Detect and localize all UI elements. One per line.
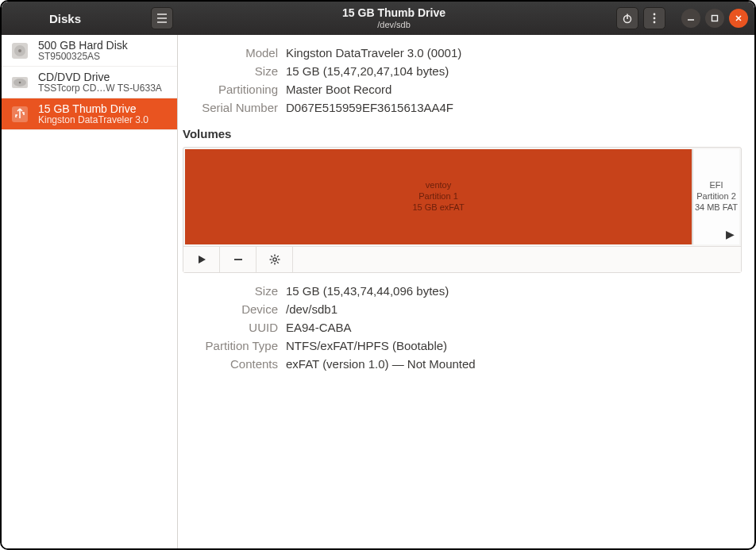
part-value-uuid: EA94-CABA [286,321,742,334]
svg-point-9 [18,49,21,52]
power-icon [622,13,633,24]
drive-sublabel: ST9500325AS [38,52,128,63]
vol-fs: 15 GB exFAT [412,202,464,213]
part-value-size: 15 GB (15,43,74,44,096 bytes) [286,284,742,298]
vol-name: EFI [709,180,723,191]
svg-point-12 [19,81,21,83]
mount-button[interactable] [183,247,220,272]
svg-point-15 [272,258,276,261]
drive-menu-button[interactable] [643,7,665,29]
vol-name: ventoy [426,180,451,191]
prop-value-model: Kingston DataTraveler 3.0 (0001) [286,46,742,60]
play-icon [197,255,206,264]
maximize-icon [711,14,719,22]
prop-label-serial: Serial Number [191,101,278,114]
prop-value-size: 15 GB (15,47,20,47,104 bytes) [286,64,742,78]
vol-fs: 34 MB FAT [695,202,738,213]
drive-label: 500 GB Hard Disk [38,39,128,52]
part-label-uuid: UUID [191,321,278,334]
volume-bar: ventoy Partition 1 15 GB exFAT EFI Parti… [185,149,739,244]
mount-indicator-icon: ▶ [726,228,735,242]
volume-segment-2[interactable]: EFI Partition 2 34 MB FAT ▶ [692,149,739,244]
minimize-icon [687,14,695,22]
drive-title: 15 GB Thumb Drive [342,7,446,19]
drive-list: 500 GB Hard Disk ST9500325AS CD/DVD Driv… [2,35,178,548]
usb-icon [8,102,32,126]
svg-line-22 [276,256,278,257]
part-label-contents: Contents [191,357,278,371]
optical-icon [8,71,32,94]
drive-label: 15 GB Thumb Drive [38,102,148,115]
part-label-device: Device [191,302,278,316]
drive-item-optical[interactable]: CD/DVD Drive TSSTcorp CD…W TS-U633A [2,67,177,98]
kebab-icon [653,13,656,24]
header-left: Disks [2,2,178,35]
hdd-icon [8,39,32,63]
part-value-device: /dev/sdb1 [286,302,742,316]
svg-rect-6 [712,16,718,21]
minimize-button[interactable] [681,9,700,28]
headerbar: Disks 15 GB Thumb Drive /dev/sdb [2,2,754,35]
svg-line-23 [271,262,272,263]
part-label-ptype: Partition Type [191,339,278,352]
gear-icon [269,254,280,265]
delete-partition-button[interactable] [220,247,256,272]
close-button[interactable] [729,9,748,28]
close-icon [735,14,742,22]
header-center: 15 GB Thumb Drive /dev/sdb [178,2,610,35]
vol-partnum: Partition 2 [696,191,736,202]
svg-point-3 [654,17,656,20]
content: Model Kingston DataTraveler 3.0 (0001) S… [178,35,754,548]
drive-sublabel: TSSTcorp CD…W TS-U633A [38,83,162,94]
vol-partnum: Partition 1 [418,191,458,202]
volumes-frame: ventoy Partition 1 15 GB exFAT EFI Parti… [183,147,742,273]
volume-segment-1[interactable]: ventoy Partition 1 15 GB exFAT [185,149,692,244]
drive-subtitle: /dev/sdb [377,20,411,29]
prop-label-partitioning: Partitioning [191,83,278,96]
volume-toolbar [183,246,741,272]
svg-line-21 [276,262,278,263]
drive-sublabel: Kingston DataTraveler 3.0 [38,115,148,126]
prop-value-serial: D067E515959EF3615613AA4F [286,101,742,114]
partition-options-button[interactable] [256,247,293,272]
app-menu-button[interactable] [151,7,173,29]
drive-properties: Model Kingston DataTraveler 3.0 (0001) S… [191,46,742,114]
app-title: Disks [11,12,119,25]
maximize-button[interactable] [705,9,724,28]
svg-point-4 [654,21,656,24]
drive-label: CD/DVD Drive [38,71,162,83]
minus-icon [233,255,243,264]
hamburger-icon [156,13,168,23]
part-value-ptype: NTFS/exFAT/HPFS (Bootable) [286,339,742,352]
drive-item-hdd[interactable]: 500 GB Hard Disk ST9500325AS [2,35,177,67]
prop-label-model: Model [191,46,278,60]
drive-item-usb[interactable]: 15 GB Thumb Drive Kingston DataTraveler … [2,98,177,130]
prop-value-partitioning: Master Boot Record [286,83,742,96]
part-label-size: Size [191,284,278,298]
svg-point-2 [654,13,656,16]
volumes-heading: Volumes [183,127,742,140]
prop-label-size: Size [191,64,278,78]
power-button[interactable] [616,7,638,29]
header-right [610,2,754,35]
svg-line-20 [271,256,272,257]
partition-properties: Size 15 GB (15,43,74,44,096 bytes) Devic… [191,284,742,371]
part-value-contents: exFAT (version 1.0) — Not Mounted [286,357,742,371]
